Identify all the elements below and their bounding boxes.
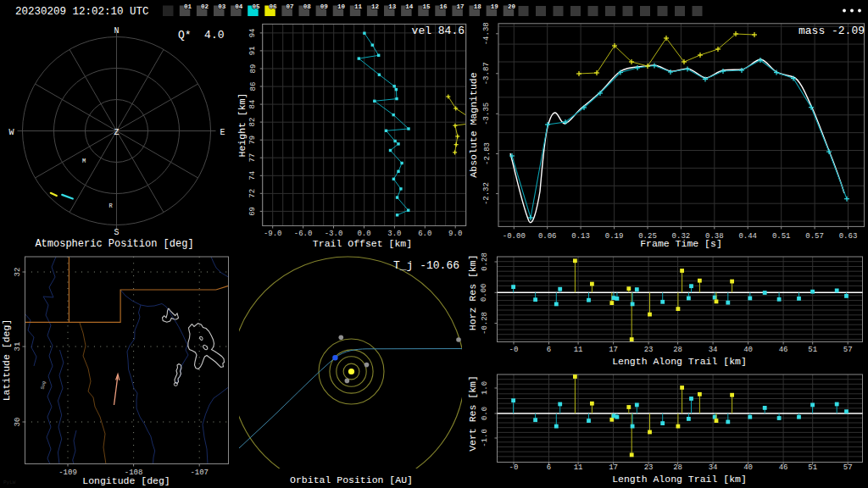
svg-text:vel 84.6: vel 84.6 (412, 25, 465, 37)
svg-text:69: 69 (249, 207, 258, 216)
svg-text:19: 19 (491, 3, 499, 10)
svg-text:32: 32 (14, 268, 22, 277)
svg-text:04: 04 (235, 3, 243, 10)
svg-text:82: 82 (249, 118, 258, 127)
svg-text:02: 02 (201, 3, 209, 10)
svg-text:31: 31 (14, 342, 22, 352)
svg-text:0.0: 0.0 (357, 230, 370, 238)
svg-text:0.0: 0.0 (481, 407, 489, 420)
svg-text:-0.28: -0.28 (481, 312, 489, 335)
svg-text:57: 57 (843, 463, 853, 472)
svg-text:6.0: 6.0 (418, 230, 431, 238)
svg-text:-0.00: -0.00 (503, 232, 526, 241)
svg-text:-109: -109 (58, 469, 77, 477)
svg-text:17: 17 (609, 346, 618, 354)
svg-text:72: 72 (249, 189, 258, 198)
svg-text:01: 01 (184, 3, 192, 10)
svg-text:91: 91 (249, 46, 258, 55)
svg-text:03: 03 (218, 3, 226, 10)
svg-text:1.0: 1.0 (481, 381, 489, 395)
svg-text:N: N (114, 26, 119, 36)
svg-text:15: 15 (422, 3, 431, 10)
svg-text:07: 07 (287, 3, 294, 10)
svg-text:12: 12 (371, 3, 380, 10)
svg-text:08: 08 (303, 3, 312, 10)
svg-text:-3.87: -3.87 (483, 62, 492, 85)
svg-text:40: 40 (743, 463, 753, 472)
svg-text:Frame Time [s]: Frame Time [s] (640, 238, 722, 249)
svg-text:46: 46 (779, 346, 788, 354)
svg-text:PyLW: PyLW (3, 480, 16, 485)
svg-text:30: 30 (14, 418, 22, 427)
svg-text:11: 11 (354, 3, 363, 10)
svg-text:84: 84 (249, 100, 258, 109)
svg-text:0.00: 0.00 (481, 283, 489, 302)
svg-text:18: 18 (474, 3, 482, 10)
svg-text:-1.0: -1.0 (481, 429, 489, 447)
svg-text:9.0: 9.0 (448, 230, 462, 238)
svg-text:57: 57 (843, 346, 853, 354)
svg-text:Absolute Magnitude: Absolute Magnitude (468, 72, 479, 177)
svg-text:-3.35: -3.35 (483, 103, 492, 125)
svg-text:M: M (82, 158, 86, 164)
svg-text:6: 6 (547, 463, 551, 472)
svg-text:34: 34 (709, 346, 718, 354)
svg-text:0.51: 0.51 (772, 232, 791, 241)
svg-text:05: 05 (252, 3, 260, 10)
svg-text:46: 46 (779, 463, 788, 472)
svg-text:28: 28 (673, 463, 682, 472)
svg-text:11: 11 (574, 346, 583, 354)
svg-text:Z: Z (114, 128, 119, 137)
svg-text:14: 14 (405, 3, 414, 10)
svg-text:Horz Res [km]: Horz Res [km] (467, 254, 478, 330)
svg-text:20: 20 (508, 3, 516, 10)
svg-text:17: 17 (457, 3, 465, 10)
svg-text:89: 89 (249, 64, 258, 74)
svg-text:-3.0: -3.0 (325, 230, 343, 238)
svg-text:11: 11 (574, 463, 583, 472)
svg-text:-0: -0 (509, 346, 519, 354)
svg-text:23: 23 (644, 346, 654, 354)
svg-text:Trail Offset [km]: Trail Offset [km] (313, 238, 412, 249)
svg-text:Length Along Trail [km]: Length Along Trail [km] (612, 356, 747, 367)
svg-text:-9.0: -9.0 (264, 230, 282, 238)
svg-text:T_j -10.66: T_j -10.66 (393, 259, 459, 272)
svg-text:86: 86 (249, 82, 258, 92)
svg-text:-4.38: -4.38 (483, 22, 492, 45)
svg-text:0.63: 0.63 (839, 232, 858, 241)
svg-text:20230209 12:02:10 UTC: 20230209 12:02:10 UTC (15, 6, 149, 18)
svg-text:16: 16 (439, 3, 448, 10)
svg-text:40: 40 (743, 346, 753, 354)
svg-text:34: 34 (709, 463, 718, 472)
svg-text:79: 79 (249, 136, 258, 145)
svg-text:W: W (8, 128, 14, 137)
svg-text:-6.0: -6.0 (294, 230, 313, 238)
svg-text:0.57: 0.57 (805, 232, 824, 241)
svg-text:Height [km]: Height [km] (236, 93, 248, 158)
svg-text:6: 6 (547, 346, 551, 354)
svg-text:0.13: 0.13 (571, 232, 590, 241)
svg-text:23: 23 (644, 463, 654, 472)
svg-text:51: 51 (808, 463, 817, 472)
svg-text:-2.83: -2.83 (483, 142, 492, 165)
svg-text:-107: -107 (190, 469, 209, 477)
svg-text:0.44: 0.44 (738, 232, 757, 241)
svg-text:0.19: 0.19 (605, 232, 624, 241)
svg-text:17: 17 (609, 463, 618, 472)
svg-text:13: 13 (388, 3, 397, 10)
svg-text:10: 10 (337, 3, 346, 10)
svg-text:Length Along Trail [km]: Length Along Trail [km] (612, 474, 747, 485)
svg-text:Orbital Position [AU]: Orbital Position [AU] (290, 474, 413, 485)
svg-text:09: 09 (320, 3, 329, 10)
svg-text:3.0: 3.0 (387, 230, 401, 238)
svg-text:28: 28 (673, 346, 682, 354)
svg-text:Latitude [deg]: Latitude [deg] (1, 319, 12, 402)
svg-text:06: 06 (269, 3, 277, 10)
svg-text:Vert Res [km]: Vert Res [km] (467, 375, 478, 452)
svg-text:mass -2.09: mass -2.09 (798, 25, 865, 37)
svg-text:74: 74 (249, 171, 258, 180)
svg-text:Q* 4.0: Q* 4.0 (178, 29, 225, 42)
svg-text:0.28: 0.28 (481, 252, 489, 271)
svg-text:94: 94 (249, 28, 258, 37)
svg-text:51: 51 (808, 346, 817, 354)
